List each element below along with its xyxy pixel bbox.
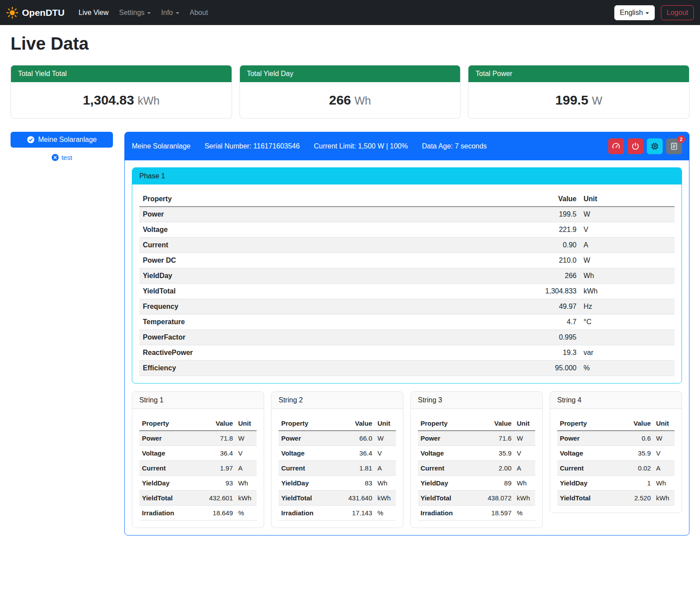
value-cell: 2.00: [482, 461, 514, 476]
string-card-3: String 3 Property Value Unit: [410, 391, 543, 528]
nav-info-dropdown[interactable]: Info: [156, 5, 185, 20]
unit-cell: [580, 330, 675, 345]
table-row: Irradiation17.143%: [279, 506, 396, 521]
navbar: OpenDTU Live View Settings Info About En…: [0, 0, 700, 25]
summary-unit: Wh: [355, 94, 371, 107]
column-header-value: Value: [622, 416, 653, 431]
unit-cell: %: [236, 506, 257, 521]
table-row: Irradiation18.649%: [139, 506, 257, 521]
value-cell: 36.4: [204, 446, 236, 461]
value-cell: 1,304.833: [527, 284, 580, 299]
string-card-body: Property Value Unit Power66.0W Voltage36…: [272, 409, 403, 528]
table-row: YieldTotal431.640kWh: [279, 491, 396, 506]
property-cell: YieldTotal: [418, 491, 482, 506]
value-cell: 66.0: [343, 431, 375, 446]
property-cell: Voltage: [139, 446, 204, 461]
inverter-data-age: Data Age: 7 seconds: [422, 142, 487, 150]
table-row: Frequency49.97Hz: [139, 299, 675, 315]
property-cell: Voltage: [139, 222, 527, 238]
check-circle-icon: [27, 136, 35, 144]
unit-cell: A: [375, 461, 396, 476]
value-cell: 432.601: [204, 491, 236, 506]
language-label: English: [620, 9, 643, 16]
summary-card-total-yield-day: Total Yield Day 266Wh: [239, 65, 461, 119]
property-cell: YieldDay: [418, 476, 482, 491]
unit-cell: °C: [580, 315, 675, 330]
value-cell: 18.597: [482, 506, 514, 521]
value-cell: 1.97: [204, 461, 236, 476]
column-header-value: Value: [482, 416, 514, 431]
phase-body: Property Value Unit Power199.5W Voltage2…: [132, 185, 682, 383]
string-card-body: Property Value Unit Power0.6W Voltage35.…: [550, 409, 682, 513]
string-card-1: String 1 Property Value Unit: [132, 391, 264, 528]
table-row: YieldTotal1,304.833kWh: [139, 284, 675, 299]
value-cell: 71.8: [204, 431, 236, 446]
table-row: Temperature4.7°C: [139, 315, 675, 330]
table-row: Voltage36.4V: [139, 446, 257, 461]
value-cell: 1: [622, 476, 653, 491]
value-cell: 36.4: [343, 446, 375, 461]
value-cell: 1.81: [343, 461, 375, 476]
brand[interactable]: OpenDTU: [6, 7, 65, 19]
property-cell: Power: [557, 431, 622, 446]
value-cell: 93: [204, 476, 236, 491]
table-row: YieldTotal432.601kWh: [139, 491, 257, 506]
property-cell: Power: [279, 431, 343, 446]
string-card-title: String 2: [272, 392, 403, 409]
table-row: YieldDay93Wh: [139, 476, 257, 491]
inverter-selector-label: Meine Solaranlage: [38, 136, 97, 144]
summary-card-title: Total Power: [468, 65, 689, 82]
nav-settings-label: Settings: [119, 9, 145, 16]
property-cell: Power: [418, 431, 482, 446]
inverter-selector-meine-solaranlage[interactable]: Meine Solaranlage: [11, 132, 113, 148]
table-row: YieldDay83Wh: [279, 476, 396, 491]
inverter-test-label: test: [62, 154, 72, 161]
property-cell: Voltage: [557, 446, 622, 461]
property-cell: Efficiency: [139, 361, 527, 376]
unit-cell: kWh: [514, 491, 535, 506]
value-cell: 19.3: [527, 345, 580, 361]
language-dropdown[interactable]: English: [614, 5, 655, 20]
value-cell: 4.7: [527, 315, 580, 330]
column-header-value: Value: [343, 416, 375, 431]
nav-settings-dropdown[interactable]: Settings: [114, 5, 156, 20]
table-row: YieldTotal2.520kWh: [557, 491, 675, 506]
limit-settings-button[interactable]: [608, 138, 624, 154]
property-cell: YieldDay: [139, 268, 527, 284]
unit-cell: Wh: [653, 476, 675, 491]
property-cell: Irradiation: [139, 506, 204, 521]
power-button[interactable]: [627, 138, 643, 154]
logout-button[interactable]: Logout: [661, 5, 694, 20]
inverter-action-buttons: 2: [608, 138, 682, 154]
unit-cell: W: [375, 431, 396, 446]
property-cell: Temperature: [139, 315, 527, 330]
property-cell: YieldDay: [279, 476, 343, 491]
unit-cell: kWh: [375, 491, 396, 506]
unit-cell: kWh: [580, 284, 675, 299]
value-cell: 0.90: [527, 238, 580, 253]
unit-cell: W: [653, 431, 675, 446]
device-info-button[interactable]: [647, 138, 663, 154]
table-header-row: Property Value Unit: [557, 416, 675, 431]
table-header-row: Property Value Unit: [418, 416, 535, 431]
property-cell: Current: [418, 461, 482, 476]
nav-info-label: Info: [161, 9, 173, 16]
table-row: YieldTotal438.072kWh: [418, 491, 535, 506]
table-row: Power71.8W: [139, 431, 257, 446]
inverter-selector-test[interactable]: test: [11, 154, 113, 161]
power-icon: [631, 142, 640, 151]
property-cell: YieldTotal: [279, 491, 343, 506]
property-cell: Power DC: [139, 253, 527, 268]
value-cell: 71.6: [482, 431, 514, 446]
summary-card-body: 199.5W: [468, 82, 689, 118]
value-cell: 17.143: [343, 506, 375, 521]
nav-about[interactable]: About: [185, 5, 214, 20]
property-cell: YieldDay: [139, 476, 204, 491]
property-cell: YieldTotal: [139, 491, 204, 506]
column-header-value: Value: [527, 192, 580, 207]
phase-card: Phase 1 Property Value Unit: [132, 167, 682, 384]
event-log-button[interactable]: 2: [666, 138, 682, 154]
table-header-row: Property Value Unit: [139, 192, 675, 207]
nav-live-view[interactable]: Live View: [73, 5, 114, 20]
string-card-4: String 4 Property Value Unit: [550, 391, 682, 513]
